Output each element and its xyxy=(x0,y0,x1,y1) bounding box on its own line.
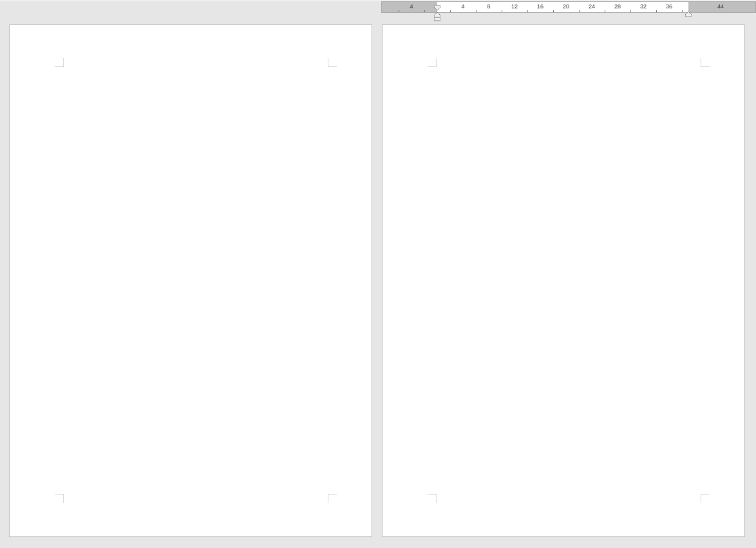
ruler-tick-label: 20 xyxy=(563,3,569,10)
ruler-tick-label: 24 xyxy=(589,3,595,10)
document-page-1[interactable] xyxy=(9,24,372,537)
margin-corner-mark-icon xyxy=(701,58,710,67)
svg-rect-2 xyxy=(434,17,440,21)
ruler-minor-tick xyxy=(579,10,580,12)
ruler-minor-tick xyxy=(476,10,477,12)
ruler-tick-label: 44 xyxy=(717,3,724,10)
margin-corner-mark-icon xyxy=(328,58,337,67)
ruler-tick-label: 16 xyxy=(537,3,543,10)
ruler-tick-label: 12 xyxy=(511,3,518,10)
svg-marker-0 xyxy=(434,5,440,10)
svg-marker-1 xyxy=(434,12,440,17)
page-editable-area[interactable] xyxy=(437,67,701,494)
svg-marker-3 xyxy=(685,12,692,17)
margin-corner-mark-icon xyxy=(428,58,437,67)
ruler-minor-tick xyxy=(424,10,425,12)
document-page-2[interactable] xyxy=(382,24,745,537)
ruler-minor-tick xyxy=(605,10,605,12)
margin-corner-mark-icon xyxy=(328,494,337,503)
margin-corner-mark-icon xyxy=(55,58,64,67)
ruler-minor-tick xyxy=(450,10,451,12)
ruler-minor-tick xyxy=(682,10,683,12)
ruler-tick-label: 36 xyxy=(666,3,672,10)
horizontal-ruler[interactable]: 4 4 8 12 16 20 24 28 32 36 44 xyxy=(381,1,756,13)
ruler-tick-label: 4 xyxy=(410,3,413,10)
ruler-tick-label: 4 xyxy=(461,3,464,10)
margin-corner-mark-icon xyxy=(428,494,437,503)
ruler-minor-tick xyxy=(527,10,528,12)
ruler-minor-tick xyxy=(502,10,502,12)
ruler-minor-tick xyxy=(553,10,554,12)
margin-corner-mark-icon xyxy=(701,494,710,503)
margin-corner-mark-icon xyxy=(55,494,64,503)
ruler-minor-tick xyxy=(656,10,657,12)
hanging-indent-marker[interactable] xyxy=(434,12,440,17)
ruler-minor-tick xyxy=(630,10,631,12)
right-indent-marker[interactable] xyxy=(685,8,692,13)
first-line-indent-marker[interactable] xyxy=(434,1,440,6)
ruler-tick-label: 8 xyxy=(487,3,490,10)
ruler-minor-tick xyxy=(399,10,399,12)
ruler-tick-label: 32 xyxy=(640,3,647,10)
page-editable-area[interactable] xyxy=(64,67,328,494)
ruler-tick-label: 28 xyxy=(614,3,621,10)
